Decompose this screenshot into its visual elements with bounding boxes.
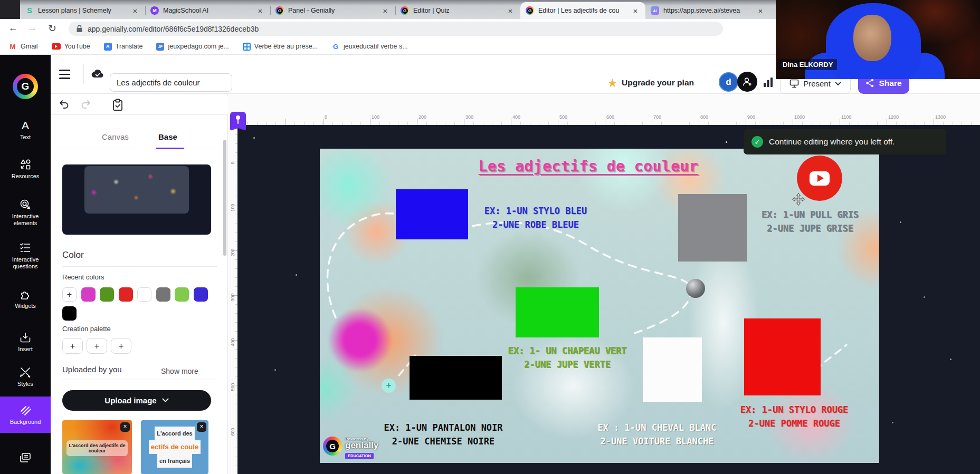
bookmark-jeuxeducatif[interactable]: jeuxeducatif verbe s... (331, 42, 408, 51)
sphere-element[interactable] (686, 279, 705, 298)
reload-icon[interactable]: ↻ (45, 22, 59, 34)
color-swatch[interactable] (156, 287, 170, 302)
ruler-label: 800 (699, 114, 746, 120)
browser-tab[interactable]: Lesson plans | Schemely (20, 2, 145, 19)
interactive-icon (19, 198, 32, 211)
background-thumbnail[interactable] (62, 165, 211, 235)
text-rouge[interactable]: EX: 1-UN STYLO ROUGE 2-UNE POMME ROUGE (731, 403, 858, 430)
text-gris[interactable]: EX: 1-UN PULL GRIS 2-UNE JUPE GRISE (749, 208, 871, 235)
bookmark-jeuxpedago[interactable]: jeuxpedago.com je... (156, 43, 229, 51)
panel-scrollbar[interactable] (223, 140, 226, 256)
color-swatch[interactable] (100, 287, 114, 302)
sidebar-item-text[interactable]: A Text (0, 119, 51, 141)
bookmark-verbe-etre[interactable]: Verbe être au prése... (243, 43, 318, 51)
bookmark-youtube[interactable]: YouTube (52, 43, 90, 50)
shape-white-square[interactable] (643, 337, 702, 402)
upload-image-button[interactable]: Upload image (62, 390, 211, 411)
sidebar-item-insert[interactable]: Insert (0, 331, 51, 353)
color-swatch[interactable] (175, 287, 189, 302)
sidebar-item-pages[interactable] (0, 451, 51, 465)
genially-logo[interactable] (13, 74, 38, 99)
slide-title[interactable]: Les adjectifs de couleur (475, 158, 702, 175)
tab-close-icon[interactable] (631, 6, 640, 15)
palette-add-button[interactable] (111, 338, 131, 354)
sidebar-item-widgets[interactable]: Widgets (0, 288, 51, 309)
sidebar-item-interactive-elements[interactable]: Interactive elements (0, 198, 51, 227)
upgrade-label: Upgrade your plan (622, 78, 694, 88)
tab-title: https://app.steve.ai/stevea (663, 7, 751, 14)
palette-add-button[interactable] (62, 338, 83, 354)
add-element-button[interactable] (382, 379, 396, 393)
add-color-button[interactable] (62, 287, 77, 302)
sidebar-item-styles[interactable]: Styles (0, 366, 51, 388)
shape-black-square[interactable] (410, 356, 502, 400)
creation-palette-label: Creation palette (62, 325, 111, 333)
sidebar-item-interactive-questions[interactable]: Interactive questions (0, 241, 51, 270)
color-swatch[interactable] (194, 287, 208, 302)
tab-canvas[interactable]: Canvas (102, 132, 129, 141)
text-line: 2-UNE POMME ROUGE (731, 417, 858, 430)
bookmark-gmail[interactable]: Gmail (8, 42, 38, 51)
toast-notification[interactable]: Continue editing where you left off. (744, 129, 946, 154)
shape-green-square[interactable] (516, 287, 599, 337)
project-title-input[interactable] (110, 73, 232, 92)
ruler-label: 500 (558, 114, 605, 120)
address-bar[interactable]: app.genially.com/editor/686f6c5e19d8f132… (69, 22, 723, 36)
back-icon[interactable]: ← (6, 22, 20, 34)
add-collaborator-button[interactable] (737, 72, 757, 92)
browser-tab[interactable]: https://app.steve.ai/stevea (645, 2, 770, 19)
color-swatch[interactable] (137, 287, 151, 302)
bookmark-translate[interactable]: Translate (104, 43, 143, 51)
color-swatch[interactable] (81, 287, 96, 302)
translate-icon (104, 43, 112, 51)
remove-image-icon[interactable] (197, 422, 206, 432)
palette-add-button[interactable] (87, 338, 107, 354)
sidebar-item-background[interactable]: Background (0, 396, 51, 433)
upgrade-plan-button[interactable]: Upgrade your plan (608, 74, 694, 91)
text-bleu[interactable]: EX: 1-UN STYLO BLEU 2-UNE ROBE BLEUE (470, 204, 602, 231)
save-check-icon[interactable] (111, 98, 125, 112)
color-swatch[interactable] (62, 306, 77, 321)
shape-red-square[interactable] (744, 318, 821, 395)
text-noir[interactable]: EX: 1-UN PANTALON NOIR 2-UNE CHEMISE NOI… (372, 421, 515, 448)
tab-close-icon[interactable] (130, 6, 140, 15)
uploaded-image-thumbnail[interactable]: L'accord des ectifs de coule en français (141, 420, 208, 474)
text-blanc[interactable]: EX : 1-UN CHEVAL BLANC 2-UNE VOITURE BLA… (583, 421, 731, 448)
uploaded-image-thumbnail[interactable]: L'accord des adjectifs de couleur (62, 420, 132, 474)
browser-tab[interactable]: Editor | Quiz (395, 2, 520, 19)
text-line: EX : 1-UN CHEVAL BLANC (583, 421, 731, 434)
undo-icon[interactable] (58, 98, 71, 111)
plus-icon (119, 343, 123, 351)
tab-close-icon[interactable] (506, 6, 515, 15)
stats-icon[interactable] (763, 78, 773, 87)
edit-history-toolbar (51, 96, 228, 115)
tab-base[interactable]: Base (158, 132, 177, 141)
sidebar: A Text Resources Interactive elements In… (0, 55, 51, 474)
shape-gray-square[interactable] (678, 194, 747, 262)
remove-image-icon[interactable] (120, 422, 130, 432)
forward-icon[interactable]: → (25, 22, 39, 34)
text-vert[interactable]: EX: 1- UN CHAPEAU VERT 2-UNE JUPE VERTE (499, 344, 636, 371)
sidebar-item-resources[interactable]: Resources (0, 158, 51, 180)
shape-blue-square[interactable] (396, 189, 468, 239)
show-more-link[interactable]: Show more (161, 367, 198, 375)
background-panel: Color Recent colors Creation palett (51, 94, 228, 474)
menu-icon[interactable] (59, 70, 72, 79)
browser-tab[interactable]: MagicSchool AI (145, 2, 270, 19)
pin-marker-icon[interactable] (230, 112, 246, 131)
tab-favicon (275, 6, 284, 15)
color-swatch[interactable] (119, 287, 133, 302)
tab-close-icon[interactable] (380, 6, 390, 15)
plus-icon (63, 288, 76, 301)
tab-close-icon[interactable] (255, 6, 265, 15)
browser-tab[interactable]: Panel - Genially (270, 2, 395, 19)
browser-tab[interactable]: Editor | Les adjectifs de cou (520, 2, 645, 19)
user-avatar[interactable]: d (719, 72, 738, 92)
slide[interactable]: Les adjectifs de couleur EX: 1-UN STYLO … (320, 149, 879, 463)
ruler-label: 1200 (887, 114, 934, 120)
recent-colors (62, 287, 216, 321)
tab-close-icon[interactable] (756, 6, 765, 15)
shapes-icon (19, 158, 32, 171)
redo-icon[interactable] (79, 98, 92, 111)
education-badge: EDUCATION (345, 453, 374, 459)
